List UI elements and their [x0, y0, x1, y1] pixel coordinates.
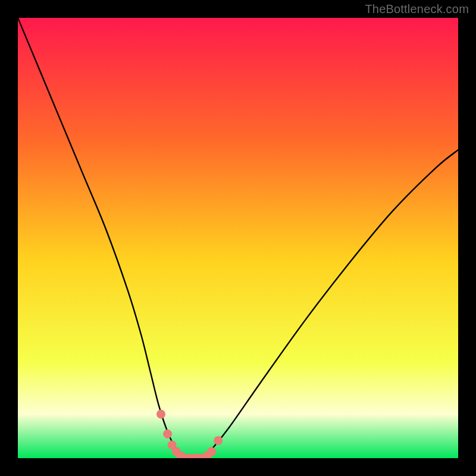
chart-svg: [18, 18, 458, 458]
highlight-dot: [156, 410, 165, 419]
chart-frame: TheBottleneck.com: [0, 0, 476, 476]
plot-area: [18, 18, 458, 458]
highlight-dot: [207, 447, 216, 456]
highlight-dot: [214, 436, 223, 445]
gradient-background: [18, 18, 458, 458]
watermark-text: TheBottleneck.com: [365, 2, 469, 16]
highlight-dot: [163, 430, 172, 439]
